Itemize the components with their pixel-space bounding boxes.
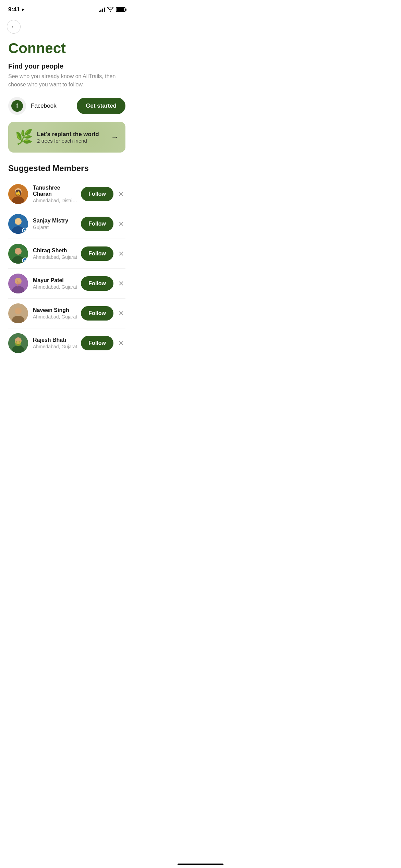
member-row: +Sanjay MistryGujaratFollow✕ xyxy=(8,209,125,239)
follow-button-tanushree[interactable]: Follow xyxy=(81,187,113,201)
close-icon: ✕ xyxy=(118,220,124,228)
time-label: 9:41 xyxy=(8,6,20,13)
svg-text:🦌: 🦌 xyxy=(14,279,23,287)
close-icon: ✕ xyxy=(118,190,124,198)
get-started-button[interactable]: Get started xyxy=(77,98,125,114)
back-button[interactable]: ← xyxy=(7,20,21,34)
svg-point-15 xyxy=(15,308,22,314)
member-actions-chirag: Follow✕ xyxy=(81,246,125,261)
facebook-label: Facebook xyxy=(31,103,57,109)
find-people-heading: Find your people xyxy=(8,62,125,70)
replant-text: Let's replant the world 2 trees for each… xyxy=(37,131,99,144)
member-name-naveen: Naveen Singh xyxy=(33,307,77,313)
dismiss-button-naveen[interactable]: ✕ xyxy=(117,308,125,319)
main-content: Connect Find your people See who you alr… xyxy=(0,38,134,366)
facebook-left: f Facebook xyxy=(8,97,57,115)
close-icon: ✕ xyxy=(118,339,124,347)
replant-arrow-icon: → xyxy=(111,133,119,142)
member-row: 🐸 Rajesh BhatiAhmedabad, GujaratFollow✕ xyxy=(8,328,125,358)
svg-text:👩: 👩 xyxy=(15,189,22,196)
leaf-icon: 🌿 xyxy=(15,130,33,144)
follow-button-naveen[interactable]: Follow xyxy=(81,306,113,321)
member-badge-icon: + xyxy=(22,228,28,234)
replant-banner[interactable]: 🌿 Let's replant the world 2 trees for ea… xyxy=(8,122,125,153)
dismiss-button-mayur[interactable]: ✕ xyxy=(117,278,125,289)
signal-icon xyxy=(99,7,105,12)
back-arrow-icon: ← xyxy=(11,24,17,30)
replant-title: Let's replant the world xyxy=(37,131,99,138)
member-actions-sanjay: Follow✕ xyxy=(81,217,125,231)
wifi-icon xyxy=(107,7,113,13)
member-name-rajesh: Rajesh Bhati xyxy=(33,337,77,343)
member-name-tanushree: Tanushree Charan xyxy=(33,185,77,197)
dismiss-button-rajesh[interactable]: ✕ xyxy=(117,338,125,349)
member-info-sanjay: Sanjay MistryGujarat xyxy=(33,218,77,230)
member-info-chirag: Chirag ShethAhmedabad, Gujarat xyxy=(33,248,77,260)
follow-button-chirag[interactable]: Follow xyxy=(81,246,113,261)
member-row: 👩 Tanushree CharanAhmedabad, District of… xyxy=(8,179,125,209)
facebook-icon-wrap: f xyxy=(8,97,26,115)
member-actions-tanushree: Follow✕ xyxy=(81,187,125,201)
member-name-chirag: Chirag Sheth xyxy=(33,248,77,254)
member-list: 👩 Tanushree CharanAhmedabad, District of… xyxy=(8,179,125,358)
location-arrow-icon: ► xyxy=(21,7,25,12)
member-info-tanushree: Tanushree CharanAhmedabad, District of C… xyxy=(33,185,77,203)
member-location-chirag: Ahmedabad, Gujarat xyxy=(33,254,77,260)
member-location-tanushree: Ahmedabad, District of Colu... xyxy=(33,198,77,203)
member-info-mayur: Mayur PatelAhmedabad, Gujarat xyxy=(33,277,77,290)
avatar-chirag: + xyxy=(8,244,28,264)
avatar-tanushree: 👩 xyxy=(8,184,28,204)
member-row: Naveen SinghAhmedabad, GujaratFollow✕ xyxy=(8,299,125,328)
member-location-sanjay: Gujarat xyxy=(33,225,77,230)
svg-point-8 xyxy=(15,248,22,255)
member-info-naveen: Naveen SinghAhmedabad, Gujarat xyxy=(33,307,77,320)
page-title: Connect xyxy=(8,40,125,56)
member-row: 🦌 Mayur PatelAhmedabad, GujaratFollow✕ xyxy=(8,269,125,299)
avatar-naveen xyxy=(8,303,28,323)
replant-subtitle: 2 trees for each friend xyxy=(37,138,99,144)
close-icon: ✕ xyxy=(118,279,124,288)
facebook-row: f Facebook Get started xyxy=(8,97,125,115)
member-name-sanjay: Sanjay Mistry xyxy=(33,218,77,224)
close-icon: ✕ xyxy=(118,250,124,258)
follow-button-rajesh[interactable]: Follow xyxy=(81,336,113,350)
member-location-rajesh: Ahmedabad, Gujarat xyxy=(33,344,77,349)
nav-bar: ← xyxy=(0,17,134,38)
svg-text:🐸: 🐸 xyxy=(15,340,22,346)
member-location-naveen: Ahmedabad, Gujarat xyxy=(33,314,77,320)
dismiss-button-sanjay[interactable]: ✕ xyxy=(117,218,125,229)
suggested-members-heading: Suggested Members xyxy=(8,164,125,173)
status-bar: 9:41 ► xyxy=(0,0,134,17)
status-icons xyxy=(99,7,125,13)
follow-button-sanjay[interactable]: Follow xyxy=(81,217,113,231)
avatar-mayur: 🦌 xyxy=(8,274,28,293)
follow-button-mayur[interactable]: Follow xyxy=(81,276,113,291)
member-row: +Chirag ShethAhmedabad, GujaratFollow✕ xyxy=(8,239,125,269)
replant-left: 🌿 Let's replant the world 2 trees for ea… xyxy=(15,130,99,144)
facebook-icon: f xyxy=(11,100,23,112)
member-actions-naveen: Follow✕ xyxy=(81,306,125,321)
member-name-mayur: Mayur Patel xyxy=(33,277,77,284)
avatar-sanjay: + xyxy=(8,214,28,234)
status-time: 9:41 ► xyxy=(8,6,25,13)
member-badge-icon: + xyxy=(22,257,28,264)
dismiss-button-chirag[interactable]: ✕ xyxy=(117,248,125,259)
find-people-description: See who you already know on AllTrails, t… xyxy=(8,72,125,89)
avatar-rajesh: 🐸 xyxy=(8,333,28,353)
battery-icon xyxy=(116,7,125,12)
svg-point-5 xyxy=(15,218,22,225)
member-location-mayur: Ahmedabad, Gujarat xyxy=(33,284,77,290)
member-info-rajesh: Rajesh BhatiAhmedabad, Gujarat xyxy=(33,337,77,349)
member-actions-rajesh: Follow✕ xyxy=(81,336,125,350)
dismiss-button-tanushree[interactable]: ✕ xyxy=(117,189,125,200)
close-icon: ✕ xyxy=(118,309,124,317)
member-actions-mayur: Follow✕ xyxy=(81,276,125,291)
